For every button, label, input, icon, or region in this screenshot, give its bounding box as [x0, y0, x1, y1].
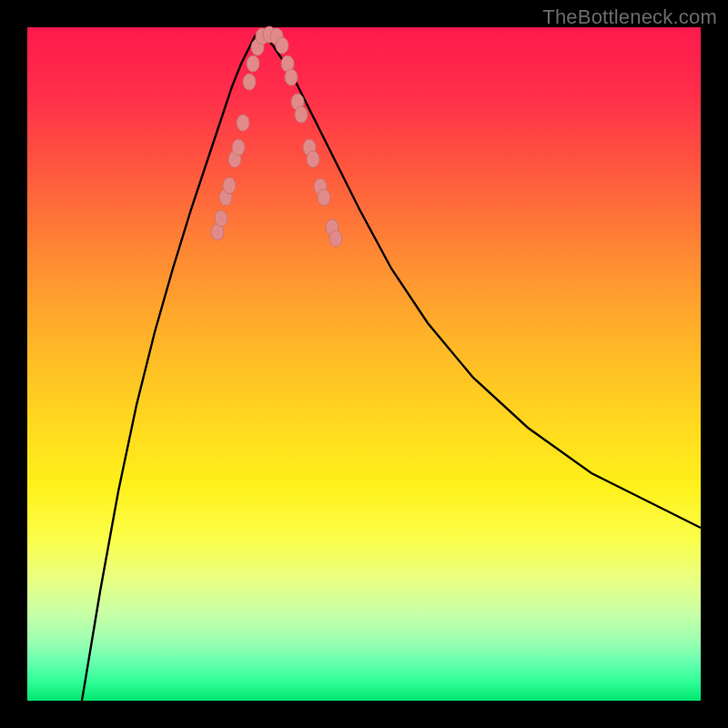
- marker-dot: [285, 69, 298, 86]
- marker-dot: [276, 37, 288, 54]
- marker-dot: [232, 139, 245, 156]
- curve-right: [259, 32, 701, 528]
- watermark-text: TheBottleneck.com: [542, 5, 717, 29]
- marker-dot: [223, 177, 236, 194]
- chart-frame: TheBottleneck.com: [0, 0, 728, 728]
- plot-area: [27, 27, 701, 701]
- marker-dot: [237, 115, 249, 131]
- marker-dot: [295, 106, 308, 123]
- marker-dot: [243, 74, 256, 90]
- marker-dot: [307, 151, 319, 167]
- curve-svg: [27, 27, 701, 701]
- curve-left: [82, 32, 259, 701]
- marker-dot: [329, 230, 342, 247]
- marker-dot: [318, 189, 330, 206]
- marker-dot: [215, 210, 228, 227]
- marker-dot: [247, 56, 259, 72]
